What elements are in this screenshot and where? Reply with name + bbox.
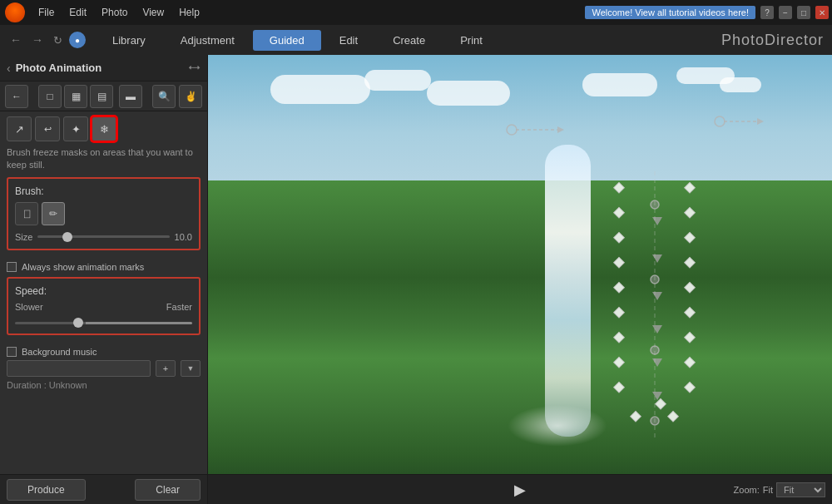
playback-bar: ▶ Zoom: Fit Fit 25% 50% 75% 100%: [208, 474, 832, 504]
cloud-2: [364, 70, 431, 91]
speed-slider[interactable]: [15, 322, 192, 324]
music-file-bar: [7, 360, 151, 377]
produce-button[interactable]: Produce: [7, 479, 86, 501]
menu-bar: File Edit Photo View Help: [32, 5, 206, 20]
brush-type-2-button[interactable]: ✏: [42, 202, 65, 225]
zoom-controls: Zoom: Fit Fit 25% 50% 75% 100%: [734, 482, 825, 497]
scenic-background: [208, 55, 832, 504]
tab-library[interactable]: Library: [96, 30, 162, 51]
motion-tool-button[interactable]: ↗: [7, 116, 32, 141]
cloud-1: [270, 75, 370, 104]
bg-music-label: Background music: [22, 347, 97, 357]
panel-header: ‹ Photo Animation ⭤: [0, 55, 207, 82]
nav-arrows: ← → ↻ ●: [7, 32, 86, 48]
panel-back-button[interactable]: ‹: [7, 62, 11, 75]
speed-labels: Slower Faster: [15, 302, 192, 312]
panel-title: Photo Animation: [16, 62, 189, 74]
toolbar-right: 🔍 ✌: [152, 85, 202, 108]
music-options-button[interactable]: ▼: [181, 360, 201, 377]
menu-help[interactable]: Help: [172, 5, 206, 20]
right-area: ▶ Zoom: Fit Fit 25% 50% 75% 100%: [208, 55, 832, 504]
minimize-button[interactable]: −: [779, 6, 792, 19]
tab-guided[interactable]: Guided: [253, 30, 321, 51]
bg-music-checkbox[interactable]: [7, 347, 17, 357]
brush-description: Brush freeze masks on areas that you wan…: [0, 146, 207, 177]
image-container: ▶ Zoom: Fit Fit 25% 50% 75% 100%: [208, 55, 832, 504]
app-window: File Edit Photo View Help Welcome! View …: [0, 0, 832, 504]
music-controls: + ▼: [0, 360, 207, 380]
speed-section: Speed: Slower Faster: [7, 277, 201, 335]
title-bar: File Edit Photo View Help Welcome! View …: [0, 0, 832, 25]
speed-faster-label: Faster: [166, 302, 192, 312]
cloud-3: [427, 81, 510, 106]
view-single[interactable]: □: [38, 85, 62, 108]
panel-bottom-bar: Produce Clear: [0, 474, 207, 504]
zoom-label: Zoom:: [734, 485, 760, 495]
bg-music-row: Background music: [0, 342, 207, 360]
nav-indicator: ●: [69, 32, 86, 48]
left-panel: ‹ Photo Animation ⭤ ← □ ▦ ▤ ▬ 🔍 ✌: [0, 55, 208, 504]
brush-section-title: Brush:: [15, 185, 192, 197]
sparkle-tool-button[interactable]: ✦: [63, 116, 88, 141]
panel-nav: ←: [5, 85, 28, 108]
brush-size-row: Size 10.0: [15, 232, 192, 242]
speed-title: Speed:: [15, 285, 192, 297]
brush-type-1-button[interactable]: ⎕: [15, 202, 38, 225]
nav-bar: ← → ↻ ● Library Adjustment Guided Edit C…: [0, 25, 832, 55]
tool-icons-row: ↗ ↩ ✦ ❄: [0, 111, 207, 146]
waterfall-stream: [545, 145, 591, 437]
nav-tabs: Library Adjustment Guided Edit Create Pr…: [96, 30, 499, 51]
menu-view[interactable]: View: [136, 5, 171, 20]
freeze-tool-button[interactable]: ❄: [92, 116, 116, 141]
cloud-6: [720, 77, 761, 92]
maximize-button[interactable]: □: [797, 6, 810, 19]
nav-back[interactable]: ←: [7, 32, 25, 48]
brush-icons-row: ⎕ ✏: [15, 202, 192, 225]
nav-refresh[interactable]: ↻: [50, 32, 66, 48]
waterfall-mist: [508, 405, 607, 447]
brush-size-slider[interactable]: [37, 235, 169, 238]
hand-tool-button[interactable]: ✌: [179, 85, 202, 108]
view-grid[interactable]: ▤: [90, 85, 113, 108]
curve-tool-button[interactable]: ↩: [35, 116, 60, 141]
menu-edit[interactable]: Edit: [62, 5, 93, 20]
terrain-layer: [208, 180, 832, 504]
view-buttons: □ ▦ ▤ ▬: [38, 85, 142, 108]
search-button[interactable]: 🔍: [152, 85, 176, 108]
tab-print[interactable]: Print: [443, 30, 499, 51]
tab-edit[interactable]: Edit: [323, 30, 374, 51]
middle-section: ‹ Photo Animation ⭤ ← □ ▦ ▤ ▬ 🔍 ✌: [0, 55, 832, 504]
panel-nav-back[interactable]: ←: [5, 85, 28, 108]
help-button[interactable]: ?: [760, 6, 774, 19]
close-button[interactable]: ✕: [815, 6, 829, 19]
app-logo: [5, 2, 25, 22]
brush-size-value: 10.0: [175, 232, 192, 242]
brush-size-label: Size: [15, 232, 32, 242]
title-bar-controls: Welcome! View all tutorial videos here! …: [585, 6, 832, 19]
menu-file[interactable]: File: [32, 5, 61, 20]
speed-slower-label: Slower: [15, 302, 43, 312]
cloud-4: [582, 73, 657, 96]
app-title: PhotoDirector: [721, 32, 824, 49]
view-monitor[interactable]: ▬: [119, 85, 142, 108]
nav-forward[interactable]: →: [28, 32, 47, 48]
view-compare[interactable]: ▦: [64, 85, 87, 108]
zoom-value: Fit: [763, 485, 773, 495]
zoom-dropdown[interactable]: Fit 25% 50% 75% 100%: [776, 482, 825, 497]
animation-marks-label: Always show animation marks: [22, 262, 144, 272]
animation-marks-row: Always show animation marks: [0, 257, 207, 277]
music-add-button[interactable]: +: [156, 360, 176, 377]
panel-toolbar: ← □ ▦ ▤ ▬ 🔍 ✌: [0, 82, 207, 111]
tab-create[interactable]: Create: [376, 30, 442, 51]
brush-section: Brush: ⎕ ✏ Size 10.0: [7, 177, 201, 250]
menu-photo[interactable]: Photo: [95, 5, 134, 20]
animation-marks-checkbox[interactable]: [7, 262, 17, 272]
duration-row: Duration : Unknown: [0, 380, 207, 393]
panel-export-button[interactable]: ⭤: [189, 62, 201, 75]
clouds-area: [208, 64, 832, 176]
tab-adjustment[interactable]: Adjustment: [164, 30, 251, 51]
clear-button[interactable]: Clear: [135, 479, 201, 501]
play-button[interactable]: ▶: [508, 478, 532, 502]
tutorial-banner[interactable]: Welcome! View all tutorial videos here!: [585, 6, 755, 19]
